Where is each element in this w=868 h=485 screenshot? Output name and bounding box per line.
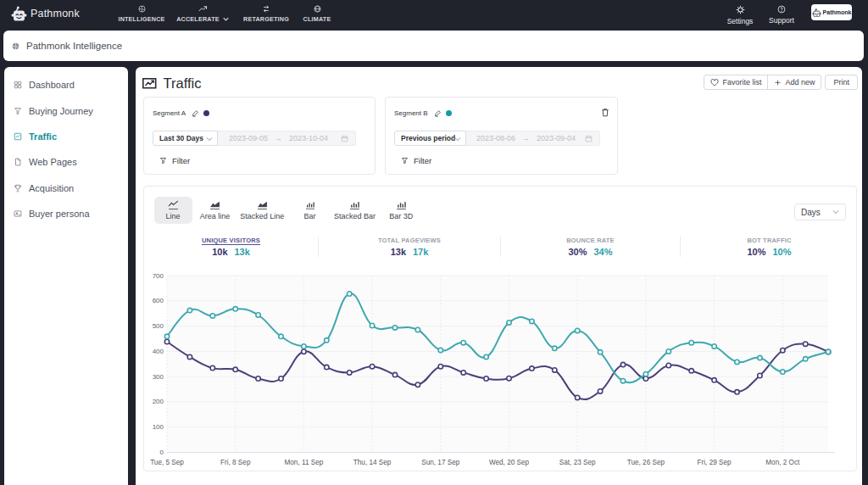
svg-text:200: 200 (153, 398, 164, 405)
svg-text:500: 500 (153, 322, 164, 330)
svg-text:Tue, 5 Sep: Tue, 5 Sep (150, 459, 184, 466)
svg-text:Wed, 20 Sep: Wed, 20 Sep (489, 459, 530, 466)
svg-text:Mon, 11 Sep: Mon, 11 Sep (284, 459, 323, 466)
svg-text:700: 700 (153, 272, 164, 280)
svg-text:Sun, 17 Sep: Sun, 17 Sep (421, 459, 460, 466)
svg-text:0: 0 (160, 449, 164, 456)
svg-text:Tue, 26 Sep: Tue, 26 Sep (627, 459, 665, 466)
svg-text:300: 300 (153, 373, 164, 381)
svg-text:400: 400 (153, 348, 164, 355)
svg-text:Sat, 23 Sep: Sat, 23 Sep (559, 459, 596, 466)
svg-text:Fri, 29 Sep: Fri, 29 Sep (698, 459, 732, 466)
svg-text:Fri, 8 Sep: Fri, 8 Sep (220, 459, 251, 466)
svg-text:Mon, 2 Oct: Mon, 2 Oct (765, 459, 800, 466)
svg-text:600: 600 (153, 297, 164, 304)
svg-text:Thu, 14 Sep: Thu, 14 Sep (353, 459, 392, 466)
svg-text:100: 100 (153, 423, 164, 431)
